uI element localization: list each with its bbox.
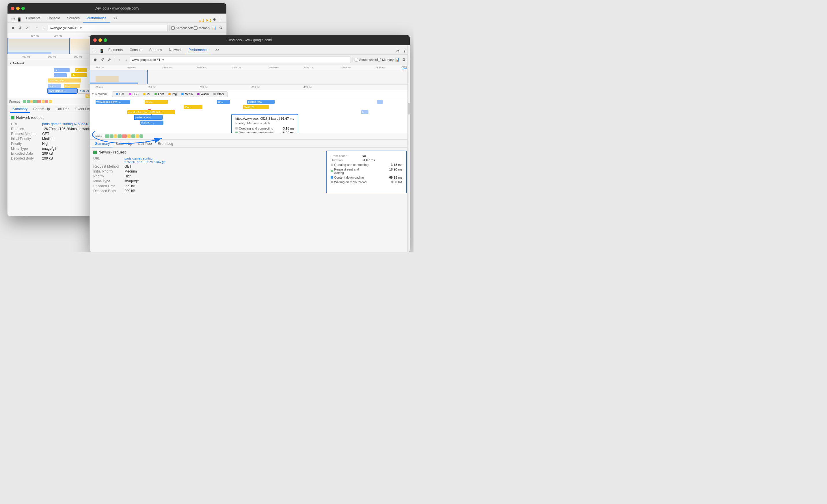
- perf-settings-icon-1[interactable]: 📊: [211, 25, 217, 31]
- info-duration-row: Duration 91.67 ms: [331, 158, 402, 162]
- inspect-icon[interactable]: ⬚: [10, 16, 16, 22]
- close-button-2[interactable]: [93, 38, 97, 42]
- tab-bottomup-2[interactable]: Bottom-Up: [113, 141, 135, 148]
- minimize-button-1[interactable]: [16, 7, 20, 10]
- net-bar-ge2[interactable]: ge...: [217, 100, 230, 104]
- tab-bottomup-1[interactable]: Bottom-Up: [30, 106, 53, 113]
- net-bar-cb2[interactable]: cb=...: [184, 105, 202, 109]
- filter-tags-2: ▼ Network Doc CSS JS Font Img Media Wasm…: [90, 90, 410, 98]
- tab-eventlog-2[interactable]: Event Log: [155, 141, 176, 148]
- net-bar-r[interactable]: r...: [54, 73, 67, 77]
- summary-encoded-row-2: Encoded Data 299 kB: [93, 184, 320, 188]
- memory-checkbox-2[interactable]: [377, 58, 381, 61]
- net-bar-mcdos[interactable]: m=cdos,hsm,...: [48, 78, 81, 82]
- clear-btn-1[interactable]: ⊘: [24, 25, 30, 31]
- memory-checkbox-1[interactable]: [194, 26, 197, 30]
- net-bar-h2[interactable]: h: [361, 110, 369, 114]
- gear-icon-1[interactable]: ⚙: [218, 25, 224, 31]
- reload-btn-2[interactable]: ↺: [99, 57, 105, 63]
- tab-more-1[interactable]: >>: [110, 14, 121, 22]
- inspect-icon-2[interactable]: ⬚: [92, 48, 98, 54]
- tab-elements-2[interactable]: Elements: [105, 46, 126, 54]
- net-bar-search2[interactable]: search (ww...: [247, 100, 275, 104]
- network-tooltip-2: https://www.goo...0528.3-law.gif 91.67 m…: [231, 114, 298, 133]
- upload-btn-2[interactable]: ↑: [116, 57, 123, 63]
- net-bar-google-2[interactable]: www.google.com/ (...: [96, 100, 130, 104]
- summary-title-2: Network request: [93, 150, 320, 154]
- close-button-1[interactable]: [11, 7, 14, 10]
- net-bar-msbwi[interactable]: m=sb_wi...: [243, 105, 269, 109]
- record-btn-1[interactable]: ⏺: [10, 25, 16, 31]
- net-bar-g[interactable]: G...: [76, 68, 87, 72]
- device-icon-2[interactable]: 📱: [98, 48, 105, 54]
- window-title-1: DevTools - www.google.com/: [95, 6, 139, 10]
- tab-elements-1[interactable]: Elements: [22, 14, 44, 22]
- tooltip-row-r: Request sent and waiting 18.90 ms: [235, 131, 294, 133]
- net-bar-rs[interactable]: rs=A...: [145, 100, 168, 104]
- minimize-button-2[interactable]: [98, 38, 102, 42]
- tab-network-2[interactable]: Network: [165, 46, 185, 54]
- more-btn-1[interactable]: ⋮: [218, 16, 224, 22]
- tab-performance-2[interactable]: Performance: [185, 46, 212, 54]
- filter-other[interactable]: Other: [212, 92, 226, 96]
- sep-2: [169, 25, 169, 31]
- record-btn-2[interactable]: ⏺: [92, 57, 98, 63]
- address-bar-1[interactable]: www.google.com #1 ▼: [48, 25, 167, 31]
- device-icon[interactable]: 📱: [16, 16, 22, 22]
- tab-summary-1[interactable]: Summary: [10, 106, 30, 113]
- settings-btn-2[interactable]: ⚙: [395, 48, 401, 54]
- perf-settings-icon-2[interactable]: 📊: [394, 57, 400, 63]
- summary-url-link-2[interactable]: paris-games-surfing-6753651837110528.3-l…: [125, 157, 165, 164]
- maximize-button-2[interactable]: [104, 38, 107, 42]
- summary-init-priority-row-2: Initial Priority Medium: [93, 169, 320, 173]
- up-arrow-2: ↑: [150, 113, 152, 117]
- clear-btn-2[interactable]: ⊘: [106, 57, 112, 63]
- net-bar-cr[interactable]: Cr...: [64, 83, 80, 88]
- scrollbar-2[interactable]: [407, 45, 410, 252]
- tab-sources-2[interactable]: Sources: [146, 46, 165, 54]
- tab-sources-1[interactable]: Sources: [63, 14, 83, 22]
- more-btn-2[interactable]: ⋮: [401, 48, 407, 54]
- tab-calltree-2[interactable]: Call Tree: [135, 141, 155, 148]
- summary-url-row-2: URL paris-games-surfing-6753651837110528…: [93, 157, 320, 164]
- net-bar-desktop2[interactable]: desktop_...: [140, 121, 163, 125]
- titlebar-1: DevTools - www.google.com/: [7, 3, 227, 13]
- filter-media[interactable]: Media: [180, 92, 194, 96]
- summary-panel-2: Network request URL paris-games-surfing-…: [90, 148, 323, 196]
- overview-ruler-2: 489 ms 989 ms 1489 ms 1989 ms 2489 ms 29…: [90, 65, 410, 70]
- network-bars-2: www.google.com/ (... rs=A... ge... searc…: [90, 98, 410, 133]
- tab-more-2[interactable]: >>: [212, 46, 223, 54]
- tab-console-2[interactable]: Console: [126, 46, 146, 54]
- net-bar-rs[interactable]: rs...: [54, 68, 69, 72]
- summary-decoded-row-2: Decoded Body 299 kB: [93, 189, 320, 193]
- summary-method-row-2: Request Method GET: [93, 164, 320, 168]
- filter-img[interactable]: Img: [166, 92, 179, 96]
- tooltip-row-q: Queuing and connecting 3.18 ms: [235, 127, 294, 130]
- settings-btn-1[interactable]: ⚙: [211, 16, 218, 22]
- net-bar-right1[interactable]: [377, 100, 383, 104]
- tab-summary-2[interactable]: Summary: [92, 141, 113, 148]
- filter-wasm[interactable]: Wasm: [195, 92, 210, 96]
- filter-css[interactable]: CSS: [127, 92, 140, 96]
- reload-btn-1[interactable]: ↺: [17, 25, 23, 31]
- scrollbar-thumb-2[interactable]: [408, 103, 410, 115]
- screenshots-checkbox-2[interactable]: [354, 58, 358, 61]
- upload-btn-1[interactable]: ↑: [34, 25, 40, 31]
- download-btn-1[interactable]: ↓: [41, 25, 47, 31]
- maximize-button-1[interactable]: [21, 7, 25, 10]
- net-bar-af2[interactable]: AF2...: [48, 83, 61, 88]
- tab-performance-1[interactable]: Performance: [83, 14, 110, 22]
- tab-calltree-1[interactable]: Call Tree: [53, 106, 72, 113]
- net-bar-paris-selected[interactable]: paris-games-...: [48, 89, 77, 93]
- screenshots-checkbox-1[interactable]: [171, 26, 175, 30]
- address-bar-2[interactable]: www.google.com #1 ▼: [130, 57, 351, 63]
- controls-toolbar-2: ⏺ ↺ ⊘ ↑ ↓ www.google.com #1 ▼ Screenshot…: [90, 55, 410, 65]
- net-bar-cb[interactable]: cb...: [71, 73, 87, 77]
- tab-console-1[interactable]: Console: [44, 14, 63, 22]
- net-bar-paris-2[interactable]: paris-games-...: [135, 115, 162, 119]
- gear-icon-2[interactable]: ⚙: [401, 57, 407, 63]
- download-btn-2[interactable]: ↓: [123, 57, 129, 63]
- filter-js[interactable]: JS: [142, 92, 152, 96]
- filter-font[interactable]: Font: [153, 92, 165, 96]
- filter-doc[interactable]: Doc: [114, 92, 126, 96]
